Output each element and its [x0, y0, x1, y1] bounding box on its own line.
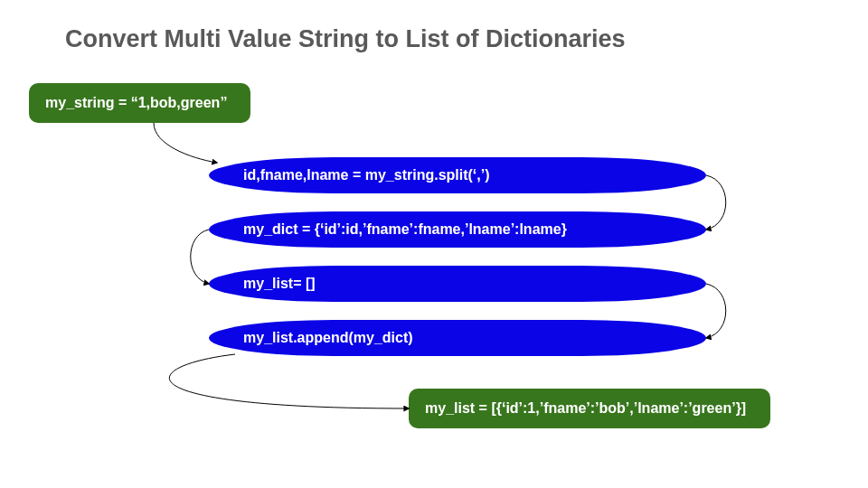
- arrow-step3-to-step4: [706, 284, 726, 338]
- step-oval-2: my_dict = {‘id’:id,’fname’:fname,’lname’…: [209, 211, 706, 248]
- arrow-step2-to-step3: [191, 230, 209, 284]
- step-4-text: my_list.append(my_dict): [243, 330, 413, 346]
- arrow-input-to-step1: [154, 123, 217, 163]
- diagram-stage: Convert Multi Value String to List of Di…: [0, 0, 868, 488]
- arrow-step1-to-step2: [706, 175, 726, 230]
- input-box: my_string = “1,bob,green”: [29, 83, 250, 123]
- step-oval-3: my_list= []: [209, 266, 706, 302]
- step-2-text: my_dict = {‘id’:id,’fname’:fname,’lname’…: [243, 221, 567, 238]
- input-box-text: my_string = “1,bob,green”: [45, 95, 227, 111]
- step-1-text: id,fname,lname = my_string.split(‘,’): [243, 167, 490, 183]
- step-3-text: my_list= []: [243, 276, 316, 292]
- output-box-text: my_list = [{‘id’:1,’fname’:’bob’,’lname’…: [425, 400, 746, 417]
- arrow-step4-to-output: [169, 354, 409, 408]
- output-box: my_list = [{‘id’:1,’fname’:’bob’,’lname’…: [409, 389, 770, 428]
- step-oval-1: id,fname,lname = my_string.split(‘,’): [209, 157, 706, 193]
- page-title: Convert Multi Value String to List of Di…: [65, 25, 626, 53]
- step-oval-4: my_list.append(my_dict): [209, 320, 706, 356]
